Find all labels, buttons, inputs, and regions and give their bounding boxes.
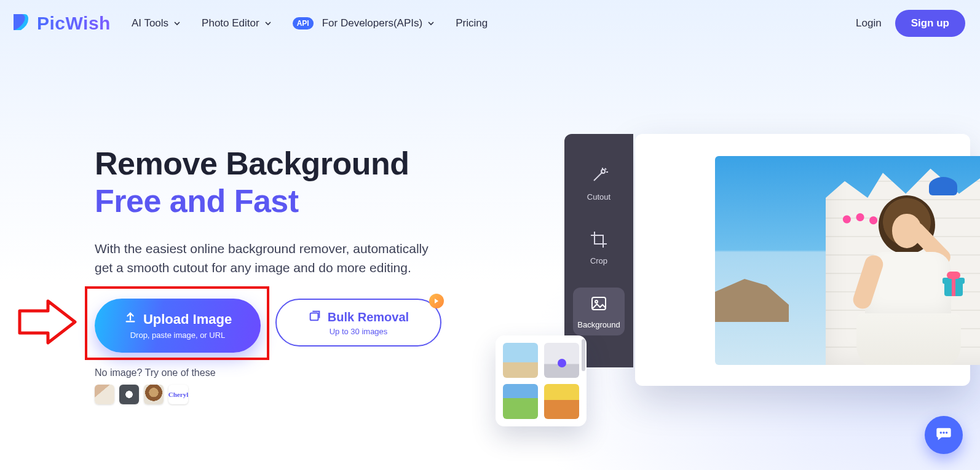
signup-button[interactable]: Sign up [895,10,965,37]
gallery-scrollbar[interactable] [582,339,585,371]
bg-thumb-2[interactable] [544,343,579,378]
brand[interactable]: PicWish [10,12,111,35]
chevron-down-icon [173,20,181,27]
magic-wand-icon [589,166,609,187]
svg-point-1 [601,170,605,173]
upload-icon [124,311,137,328]
svg-point-5 [942,432,944,434]
tool-cutout-label: Cutout [587,192,611,202]
login-link[interactable]: Login [856,17,882,29]
sample-thumbnails: Cheryl [95,385,468,404]
image-icon [589,294,609,315]
tool-crop[interactable]: Crop [573,224,625,272]
svg-rect-0 [310,313,318,320]
nav-developers-label: For Developers(APIs) [322,17,422,29]
nav-pricing-label: Pricing [456,17,488,29]
nav-pricing[interactable]: Pricing [456,17,488,29]
brand-name: PicWish [37,13,111,34]
bulk-removal-label: Bulk Removal [328,310,409,324]
gift-icon[interactable] [941,270,966,296]
bulk-icon [308,309,322,326]
nav-developers[interactable]: API For Developers(APIs) [293,17,435,29]
no-image-prompt: No image? Try one of these [95,367,468,378]
upload-image-button[interactable]: Upload Image Drop, paste image, or URL [95,299,261,353]
nav-menu: AI Tools Photo Editor API For Developers… [132,17,488,29]
preview-frame [635,134,970,386]
editor-preview: Cutout Crop Background [564,134,958,398]
tool-background[interactable]: Background [573,288,625,335]
bulk-removal-button[interactable]: Bulk Removal Up to 30 images [275,299,441,347]
upload-image-label: Upload Image [143,311,232,327]
nav-ai-tools[interactable]: AI Tools [132,17,181,29]
top-nav: PicWish AI Tools Photo Editor API For De… [0,0,980,47]
upload-image-sub: Drop, paste image, or URL [130,331,226,340]
svg-point-4 [940,432,942,434]
svg-point-6 [946,432,947,434]
nav-ai-tools-label: AI Tools [132,17,168,29]
sample-thumb-4[interactable]: Cheryl [168,385,188,404]
preview-photo [715,156,980,365]
nav-photo-editor[interactable]: Photo Editor [202,17,272,29]
bg-thumb-4[interactable] [544,384,579,419]
chevron-down-icon [264,20,272,27]
hero-lead: With the easiest online background remov… [95,239,445,278]
crop-icon [589,230,609,251]
sample-thumb-3[interactable] [144,385,164,404]
bulk-removal-sub: Up to 30 images [330,327,388,336]
sample-thumb-1[interactable] [95,385,114,404]
sample-thumb-4-text: Cheryl [168,391,188,398]
hero-title-line1: Remove Background [95,146,409,181]
nav-photo-editor-label: Photo Editor [202,17,259,29]
tool-background-label: Background [577,320,620,329]
tool-cutout[interactable]: Cutout [573,160,625,208]
tool-crop-label: Crop [590,256,607,265]
background-gallery [496,335,587,426]
hero-title-line2: Free and Fast [95,182,468,220]
hero-left: Remove Background Free and Fast With the… [26,145,468,404]
editor-toolstrip: Cutout Crop Background [564,134,633,367]
brand-logo-icon [10,12,31,35]
bg-thumb-3[interactable] [503,384,538,419]
bg-thumb-1[interactable] [503,343,538,378]
cta-row: Upload Image Drop, paste image, or URL B… [95,299,468,353]
bulk-badge-icon [429,294,444,308]
api-badge: API [293,17,314,29]
chevron-down-icon [427,20,435,27]
chat-fab-button[interactable] [925,416,963,454]
hero-title: Remove Background Free and Fast [95,145,468,221]
svg-point-3 [595,300,598,303]
chat-icon [935,425,952,445]
sample-thumb-2[interactable] [119,385,139,404]
